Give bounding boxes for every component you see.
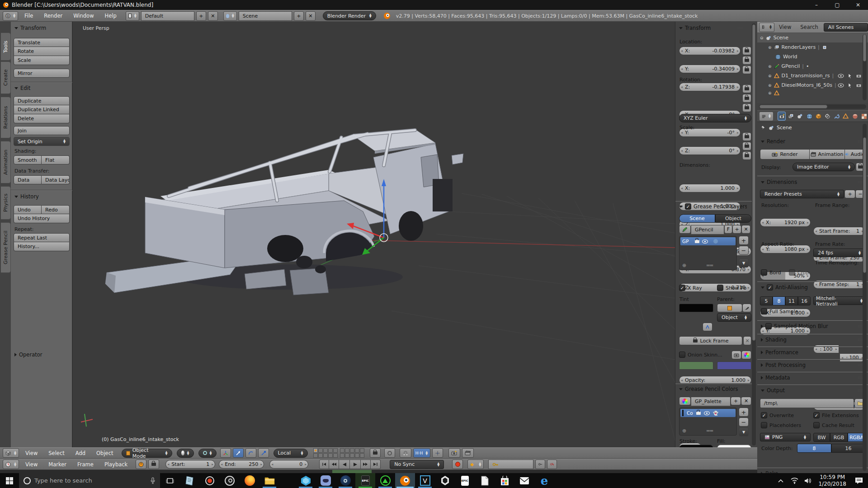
rotation-z-field[interactable]: Z:0° xyxy=(679,146,741,155)
gp-palette-name[interactable]: GP_Palette xyxy=(691,397,731,406)
lock-rotation-y-button[interactable] xyxy=(742,94,751,103)
app-firefox[interactable] xyxy=(240,473,259,488)
tab-material[interactable] xyxy=(851,112,859,121)
resolution-x-field[interactable]: X:1920 px xyxy=(760,218,811,227)
properties-editor-selector[interactable]: ▲▼ xyxy=(759,112,774,121)
mirror-button[interactable]: Mirror xyxy=(14,69,70,78)
insert-keyframe-button[interactable] xyxy=(535,460,545,469)
panel-edit-title[interactable]: Edit xyxy=(20,85,30,91)
delete-keyframe-button[interactable] xyxy=(547,460,557,469)
app-vegas[interactable]: V xyxy=(415,473,435,488)
menu-help[interactable]: Help xyxy=(100,13,121,19)
timeline-editor-selector[interactable]: ▲▼ xyxy=(3,460,19,469)
prev-keyframe-button[interactable] xyxy=(329,460,339,469)
output-panel-title[interactable]: Output xyxy=(767,387,785,394)
tab-modifiers[interactable] xyxy=(833,112,840,121)
app-edge[interactable]: e xyxy=(534,473,554,488)
app-mail[interactable] xyxy=(514,473,534,488)
jump-to-end-button[interactable] xyxy=(371,460,381,469)
app-notepad[interactable] xyxy=(180,473,200,488)
close-button[interactable]: ✕ xyxy=(848,0,868,10)
tl-menu-frame[interactable]: Frame xyxy=(73,461,98,468)
lock-location-x-button[interactable] xyxy=(742,47,751,55)
pivot-dropdown[interactable]: ▲▼ xyxy=(198,449,217,458)
start-frame-field[interactable]: Start:1 xyxy=(165,460,215,469)
maximize-button[interactable]: ▢ xyxy=(827,0,847,10)
frame-rate-dropdown[interactable]: 24 fps▲▼ xyxy=(813,249,865,257)
vp-menu-add[interactable]: Add xyxy=(71,450,90,456)
tab-world[interactable] xyxy=(805,112,813,121)
gp-palette-icon[interactable] xyxy=(679,397,691,405)
tab-scene[interactable] xyxy=(796,112,804,121)
tab-object[interactable] xyxy=(815,112,822,121)
manipulator-axis-icon[interactable] xyxy=(220,448,231,458)
aa-samples-16[interactable]: 16 xyxy=(798,296,811,305)
performance-panel-title[interactable]: Performance xyxy=(765,349,798,356)
app-discord[interactable] xyxy=(316,473,335,488)
repeat-last-button[interactable]: Repeat Last xyxy=(14,233,70,242)
use-preview-range-button[interactable] xyxy=(136,460,146,469)
outliner-scrollbar[interactable] xyxy=(863,34,867,100)
snap-element-dropdown[interactable]: H·H▲▼ xyxy=(413,448,430,458)
search-box[interactable]: Type here to search xyxy=(19,473,160,488)
file-extensions-checkbox[interactable]: ✓ xyxy=(813,412,820,418)
app-epic-games-2[interactable]: EPIC xyxy=(455,473,475,488)
active-keying-set-field[interactable] xyxy=(488,460,533,469)
outliner-item-d1-transmission[interactable]: ⊕ D1_transmission_rs| xyxy=(757,71,868,80)
menu-render[interactable]: Render xyxy=(39,13,67,19)
task-view-button[interactable] xyxy=(160,473,180,488)
notification-icon[interactable] xyxy=(850,473,868,488)
shade-smooth-button[interactable]: Smooth xyxy=(14,155,42,164)
outliner-hscrollbar[interactable] xyxy=(759,104,866,109)
history-menu-button[interactable]: History... xyxy=(14,242,70,251)
crop-checkbox[interactable] xyxy=(789,269,795,276)
onion-before-color-swatch[interactable] xyxy=(679,361,713,370)
gp-xray-checkbox[interactable]: ✓ xyxy=(679,285,685,291)
tray-chevron-icon[interactable] xyxy=(774,473,788,488)
scale-button[interactable]: Scale xyxy=(14,56,70,65)
data-button[interactable]: Data xyxy=(14,175,42,184)
gp-color-row[interactable]: Co 👻 xyxy=(680,409,736,417)
menu-file[interactable]: File xyxy=(20,13,38,19)
gpencil-add-button[interactable]: + xyxy=(732,225,741,234)
selectability-cursor-icon[interactable] xyxy=(848,83,852,88)
preset-add-button[interactable]: + xyxy=(844,190,855,198)
panel-history-title[interactable]: History xyxy=(20,193,39,200)
render-presets-dropdown[interactable]: Render Presets▲▼ xyxy=(760,190,844,198)
layers-widget[interactable] xyxy=(313,448,364,458)
gp-layer-specials-button[interactable]: ▼ xyxy=(739,258,749,267)
gp-parent-eyedropper-button[interactable] xyxy=(742,304,751,312)
gp-color-specials-button[interactable]: ▼ xyxy=(739,427,749,436)
lock-scale-y-button[interactable] xyxy=(742,142,751,150)
tl-menu-marker[interactable]: Marker xyxy=(44,461,71,468)
start-frame-field-prop[interactable]: Start Frame:1 xyxy=(813,227,865,235)
onion-after-color-swatch[interactable] xyxy=(717,361,751,370)
set-origin-dropdown[interactable]: Set Origin▲▼ xyxy=(14,137,70,146)
gp-tint-color-swatch[interactable] xyxy=(679,304,713,312)
gp-palette-add-button[interactable]: + xyxy=(731,397,741,405)
lock-location-y-button[interactable] xyxy=(742,56,751,65)
visibility-eye-icon[interactable] xyxy=(838,83,844,88)
tab-render-layers[interactable] xyxy=(787,112,795,121)
editor-type-selector[interactable]: ⓘ▲▼ xyxy=(3,11,18,21)
tab-constraints[interactable] xyxy=(824,112,831,121)
visibility-eye-icon[interactable] xyxy=(838,74,844,78)
renderability-camera-icon[interactable] xyxy=(856,74,862,78)
tab-texture[interactable] xyxy=(860,112,868,121)
shading-mode-dropdown[interactable]: ▲▼ xyxy=(177,449,194,458)
scale-x-field[interactable]: X:1.000 xyxy=(679,184,741,192)
manipulator-rotate-button[interactable] xyxy=(245,448,256,458)
app-unity[interactable] xyxy=(435,473,455,488)
npanel-scrollbar[interactable] xyxy=(752,23,756,446)
render-button[interactable]: Render xyxy=(760,149,810,160)
properties-scrollbar[interactable] xyxy=(863,124,867,471)
proportional-edit-button[interactable] xyxy=(384,448,395,458)
panel-transform-title[interactable]: Transform xyxy=(20,25,46,31)
render-opengl-button[interactable] xyxy=(448,448,460,458)
tl-menu-view[interactable]: View xyxy=(21,461,42,468)
outliner-editor-selector[interactable]: ▲▼ xyxy=(759,23,774,32)
orientation-dropdown[interactable]: Local▲▼ xyxy=(274,449,308,458)
render-engine-dropdown[interactable]: Blender Render▲▼ xyxy=(323,11,376,20)
outliner-item-scene[interactable]: ⊖ Scene xyxy=(757,33,868,42)
lock-time-button[interactable] xyxy=(148,460,159,469)
